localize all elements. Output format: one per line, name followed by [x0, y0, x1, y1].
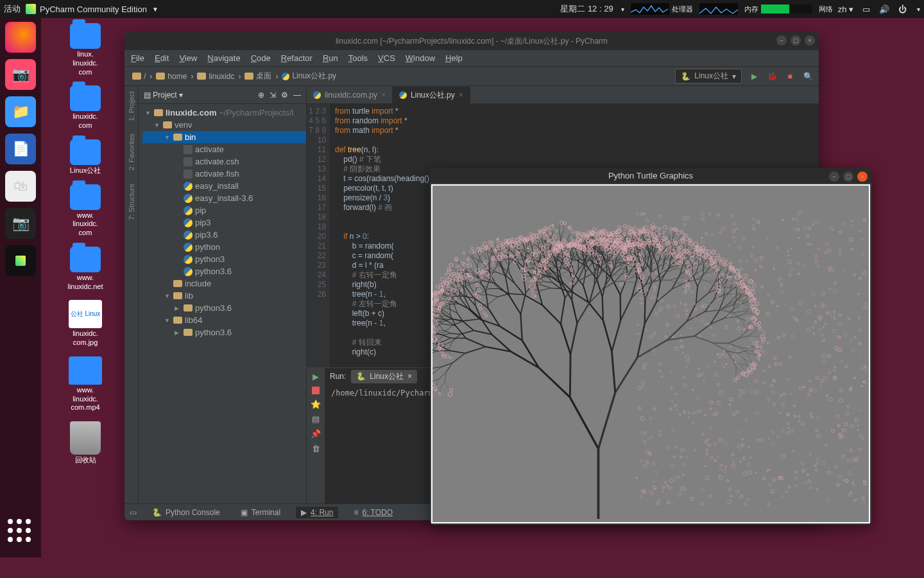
maximize-button[interactable]: ▢	[791, 35, 801, 46]
desktop-item[interactable]: 回收站	[56, 421, 114, 465]
rerun-button[interactable]: ▶	[312, 372, 319, 381]
tree-node[interactable]: easy_install	[142, 180, 306, 192]
svg-line-514	[612, 320, 620, 351]
desktop-item[interactable]: www. linuxidc. com.mp4	[56, 356, 114, 412]
breadcrumb[interactable]: linuxidc	[194, 72, 237, 81]
breadcrumb[interactable]: home	[153, 72, 189, 81]
tree-node[interactable]: activate.csh	[142, 155, 306, 168]
tree-node[interactable]: ▼ lib	[142, 290, 306, 302]
writer-icon[interactable]: 📄	[5, 134, 36, 164]
menu-item[interactable]: File	[131, 53, 144, 63]
desktop-item[interactable]: 公社 Linuxlinuxidc. com.jpg	[56, 300, 114, 347]
desktop-item[interactable]: www. linuxidc.net	[56, 247, 114, 292]
show-apps-button[interactable]	[8, 519, 31, 542]
run-config-selector[interactable]: 🐍 Linux公社 ▾	[675, 69, 742, 83]
software-icon[interactable]: 🛍	[5, 171, 36, 202]
editor-tab[interactable]: linuxidc.com.py ×	[307, 87, 393, 103]
close-button[interactable]: ×	[857, 171, 868, 182]
turtle-window[interactable]: Python Turtle Graphics – ▢ ×	[430, 168, 871, 525]
stop-button[interactable]: ■	[784, 71, 796, 82]
hide-icon[interactable]: —	[293, 91, 301, 100]
tree-node[interactable]: include	[142, 277, 306, 290]
python-console-button[interactable]: 🐍 Python Console	[147, 507, 225, 518]
stop-button[interactable]	[312, 387, 320, 394]
menu-item[interactable]: Code	[251, 53, 271, 63]
run-tool-button[interactable]: ▶ 4: Run	[296, 507, 338, 518]
menu-item[interactable]: Window	[406, 53, 435, 63]
pycharm-launcher-icon[interactable]	[5, 245, 36, 276]
activities-button[interactable]: 活动	[4, 3, 21, 15]
ime-indicator[interactable]: zh ▾	[838, 4, 853, 14]
structure-tool-tab[interactable]: 7: Structure	[128, 184, 135, 220]
project-tree[interactable]: ▼ linuxidc.com ~/PycharmProjects/l▼ venv…	[139, 104, 306, 504]
firefox-icon[interactable]	[5, 22, 36, 53]
tree-node[interactable]: python3	[142, 253, 306, 265]
window-titlebar[interactable]: linuxidc.com [~/PycharmProjects/linuxidc…	[124, 32, 819, 50]
tree-node[interactable]: pip3.6	[142, 229, 306, 241]
tree-node[interactable]: easy_install-3.6	[142, 192, 306, 204]
todo-button[interactable]: ≡ 6: TODO	[348, 507, 398, 518]
menu-item[interactable]: Navigate	[207, 53, 240, 63]
maximize-button[interactable]: ▢	[843, 171, 853, 182]
menu-item[interactable]: Tools	[348, 53, 368, 63]
camera-icon[interactable]: 📷	[5, 208, 36, 239]
breadcrumb[interactable]: 桌面	[242, 71, 274, 82]
locate-icon[interactable]: ⊕	[258, 91, 264, 100]
desktop-item[interactable]: linux. linuxidc. com	[56, 23, 114, 76]
pin-icon[interactable]: ⭐	[311, 399, 321, 409]
tool-status-icon[interactable]: ▭	[130, 508, 137, 517]
desktop-item[interactable]: www. linuxidc. com	[56, 184, 114, 238]
favorites-tool-tab[interactable]: 2: Favorites	[128, 134, 135, 170]
tree-node[interactable]: ▼ lib64	[142, 314, 306, 326]
layout-icon[interactable]: ▤	[312, 414, 320, 424]
clock-label[interactable]: 星期二 12 : 29	[560, 3, 613, 15]
tree-node[interactable]: ▶ python3.6	[142, 326, 306, 338]
project-tool-tab[interactable]: 1: Project	[128, 91, 135, 121]
tree-node[interactable]: ▼ venv	[142, 119, 306, 131]
pin2-icon[interactable]: 📌	[311, 429, 321, 439]
menu-item[interactable]: Edit	[155, 53, 169, 63]
search-icon[interactable]: 🔍	[802, 71, 814, 82]
files-icon[interactable]: 📁	[5, 96, 36, 127]
net-graph[interactable]	[699, 3, 738, 15]
minimize-button[interactable]: –	[776, 35, 787, 46]
debug-button[interactable]: 🐞	[766, 71, 778, 82]
svg-point-3095	[646, 461, 649, 464]
menu-item[interactable]: Run	[323, 53, 338, 63]
gear-icon[interactable]: ⚙	[281, 91, 288, 100]
cpu-monitor[interactable]: 处理器	[631, 3, 693, 15]
tree-node[interactable]: python	[142, 241, 306, 253]
run-button[interactable]: ▶	[748, 71, 760, 82]
close-button[interactable]: ×	[805, 35, 815, 46]
network-icon[interactable]: ▭	[862, 4, 870, 14]
desktop-item[interactable]: linuxidc. com	[56, 85, 114, 130]
trash-icon[interactable]: 🗑	[312, 444, 320, 453]
breadcrumb-root[interactable]: /	[130, 72, 148, 81]
tree-node[interactable]: python3.6	[142, 265, 306, 277]
run-tab[interactable]: 🐍 Linux公社 ×	[351, 370, 417, 383]
collapse-icon[interactable]: ⇲	[270, 91, 276, 100]
mem-monitor[interactable]: 内存	[744, 4, 812, 14]
menu-item[interactable]: Refactor	[281, 53, 312, 63]
desktop-item[interactable]: Linux公社	[56, 139, 114, 175]
tree-node[interactable]: activate	[142, 143, 306, 155]
screenshot-icon[interactable]: 📷	[5, 59, 36, 90]
breadcrumb[interactable]: Linux公社.py	[279, 71, 339, 82]
tree-node[interactable]: ▼ bin	[142, 131, 306, 143]
editor-tab[interactable]: Linux公社.py ×	[393, 87, 470, 103]
tree-node[interactable]: pip3	[142, 216, 306, 229]
net-label[interactable]: 网络	[819, 4, 833, 14]
tree-node[interactable]: ▼ linuxidc.com ~/PycharmProjects/l	[142, 107, 306, 119]
focused-app[interactable]: PyCharm Community Edition ▼	[26, 4, 158, 14]
tree-node[interactable]: pip	[142, 204, 306, 216]
turtle-titlebar[interactable]: Python Turtle Graphics – ▢ ×	[430, 168, 871, 183]
menu-item[interactable]: Help	[445, 53, 463, 63]
minimize-button[interactable]: –	[829, 171, 839, 182]
terminal-button[interactable]: ▣ Terminal	[235, 507, 286, 518]
tree-node[interactable]: ▶ python3.6	[142, 302, 306, 314]
menu-item[interactable]: View	[179, 53, 197, 63]
volume-icon[interactable]: 🔊	[879, 4, 889, 14]
menu-item[interactable]: VCS	[378, 53, 395, 63]
tree-node[interactable]: activate.fish	[142, 168, 306, 180]
power-icon[interactable]: ⏻	[898, 4, 907, 14]
